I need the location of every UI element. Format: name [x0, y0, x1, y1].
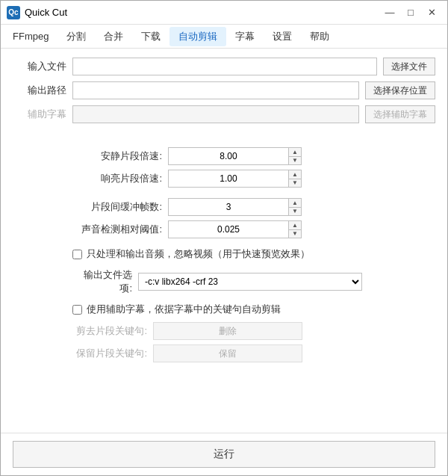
menu-item-settings[interactable]: 设置 — [264, 27, 301, 46]
threshold-input-wrap: ▲ ▼ — [168, 220, 302, 238]
keep-keyword-label: 保留片段关键句: — [72, 347, 147, 360]
buffer-frames-row: 片段间缓冲帧数: ▲ ▼ — [72, 198, 435, 216]
minimize-button[interactable]: — — [380, 4, 399, 21]
cut-keyword-label: 剪去片段关键句: — [72, 324, 147, 338]
silence-speed-input-wrap: ▲ ▼ — [168, 147, 302, 165]
audio-only-label: 只处理和输出音频，忽略视频（用于快速预览效果） — [87, 247, 310, 261]
loud-speed-spinner: ▲ ▼ — [288, 170, 301, 187]
subtitle-checkbox-row: 使用辅助字幕，依据字幕中的关键句自动剪辑 — [72, 303, 435, 316]
threshold-spinner: ▲ ▼ — [288, 221, 301, 238]
threshold-row: 声音检测相对阈值: ▲ ▼ — [72, 220, 435, 238]
loud-speed-down[interactable]: ▼ — [289, 179, 301, 188]
silence-speed-label: 安静片段倍速: — [72, 149, 162, 163]
select-file-button[interactable]: 选择文件 — [383, 58, 435, 75]
close-button[interactable]: ✕ — [422, 4, 441, 21]
input-file-row: 输入文件 选择文件 — [13, 58, 435, 75]
silence-speed-input[interactable] — [169, 148, 288, 164]
input-file-label: 输入文件 — [13, 60, 66, 73]
loud-speed-label: 响亮片段倍速: — [72, 172, 162, 185]
threshold-up[interactable]: ▲ — [289, 221, 301, 229]
audio-only-row: 只处理和输出音频，忽略视频（用于快速预览效果） — [72, 247, 435, 261]
subtitle-section: 使用辅助字幕，依据字幕中的关键句自动剪辑 剪去片段关键句: 删除 保留片段关键句… — [72, 303, 435, 367]
cut-keyword-row: 剪去片段关键句: 删除 — [72, 322, 435, 340]
app-icon: Qc — [7, 6, 20, 19]
silence-speed-row: 安静片段倍速: ▲ ▼ — [72, 147, 435, 165]
silence-speed-spinner: ▲ ▼ — [288, 148, 301, 164]
maximize-button[interactable]: □ — [401, 4, 420, 21]
threshold-label: 声音检测相对阈值: — [72, 223, 162, 236]
threshold-input[interactable] — [169, 221, 288, 238]
output-path-field[interactable] — [72, 81, 359, 99]
menu-item-ffmpeg[interactable]: FFmpeg — [4, 28, 57, 45]
buffer-frames-spinner: ▲ ▼ — [288, 199, 301, 215]
buffer-frames-label: 片段间缓冲帧数: — [72, 200, 162, 214]
buffer-frames-input[interactable] — [169, 199, 288, 215]
menu-item-download[interactable]: 下载 — [132, 27, 169, 46]
buffer-frames-down[interactable]: ▼ — [289, 207, 301, 216]
silence-speed-down[interactable]: ▼ — [289, 156, 301, 165]
run-button[interactable]: 运行 — [13, 441, 435, 468]
keep-keyword-row: 保留片段关键句: 保留 — [72, 344, 435, 362]
subtitle-file-label: 辅助字幕 — [13, 108, 66, 121]
keep-keyword-button[interactable]: 保留 — [153, 344, 302, 362]
threshold-down[interactable]: ▼ — [289, 229, 301, 238]
silence-speed-up[interactable]: ▲ — [289, 148, 301, 156]
menu-item-split[interactable]: 分割 — [57, 27, 95, 46]
subtitle-file-row: 辅助字幕 选择辅助字幕 — [13, 105, 435, 123]
output-options-row: 输出文件选项: -c:v libx264 -crf 23 -c:v libx26… — [72, 268, 435, 295]
output-path-row: 输出路径 选择保存位置 — [13, 81, 435, 99]
output-options-label: 输出文件选项: — [72, 268, 132, 295]
menu-item-autocut[interactable]: 自动剪辑 — [169, 27, 226, 46]
params-section: 安静片段倍速: ▲ ▼ 响亮片段倍速: ▲ ▼ — [72, 147, 435, 243]
output-options-select[interactable]: -c:v libx264 -crf 23 -c:v libx265 -crf 2… — [138, 273, 362, 291]
loud-speed-row: 响亮片段倍速: ▲ ▼ — [72, 170, 435, 188]
cut-keyword-button[interactable]: 删除 — [153, 322, 302, 340]
audio-only-checkbox[interactable] — [72, 250, 82, 259]
menu-item-merge[interactable]: 合并 — [95, 27, 132, 46]
output-path-label: 输出路径 — [13, 84, 66, 97]
loud-speed-up[interactable]: ▲ — [289, 170, 301, 179]
buffer-frames-input-wrap: ▲ ▼ — [168, 198, 302, 216]
select-save-button[interactable]: 选择保存位置 — [365, 81, 435, 99]
menu-item-subtitle[interactable]: 字幕 — [226, 27, 264, 46]
title-bar: Qc Quick Cut — □ ✕ — [1, 1, 447, 25]
loud-speed-input-wrap: ▲ ▼ — [168, 170, 302, 188]
use-subtitle-checkbox[interactable] — [72, 305, 82, 315]
window-controls: — □ ✕ — [380, 4, 441, 21]
menu-bar: FFmpeg 分割 合并 下载 自动剪辑 字幕 设置 帮助 — [1, 25, 447, 49]
app-title: Quick Cut — [25, 7, 380, 18]
main-window: Qc Quick Cut — □ ✕ FFmpeg 分割 合并 下载 自动剪辑 … — [0, 0, 448, 476]
subtitle-file-field[interactable] — [72, 105, 359, 123]
use-subtitle-label: 使用辅助字幕，依据字幕中的关键句自动剪辑 — [87, 303, 281, 316]
content-area: 输入文件 选择文件 输出路径 选择保存位置 辅助字幕 选择辅助字幕 安静片段倍速… — [1, 49, 447, 433]
select-subtitle-button[interactable]: 选择辅助字幕 — [365, 105, 435, 123]
menu-item-help[interactable]: 帮助 — [301, 27, 338, 46]
bottom-bar: 运行 — [1, 433, 447, 475]
buffer-frames-up[interactable]: ▲ — [289, 199, 301, 207]
input-file-field[interactable] — [72, 58, 377, 75]
loud-speed-input[interactable] — [169, 170, 288, 187]
